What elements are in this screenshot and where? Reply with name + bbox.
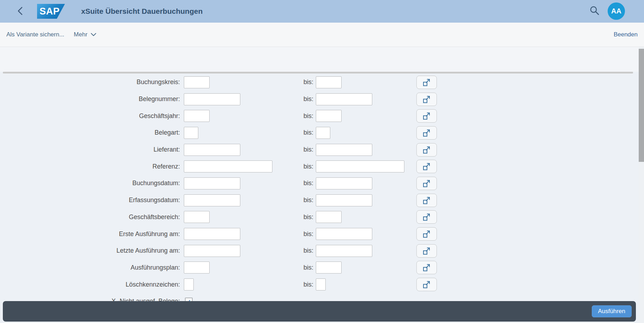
field-label: Geschäftsjahr: <box>0 107 180 124</box>
field-label: Buchungsdatum: <box>0 175 180 192</box>
bis-label: bis: <box>272 107 313 124</box>
bis-label: bis: <box>272 124 313 141</box>
field-input-from[interactable] <box>184 278 194 290</box>
field-input-to[interactable] <box>316 228 372 240</box>
field-input-from[interactable] <box>184 144 240 156</box>
field-label: Ausführungsplan: <box>0 259 180 276</box>
chevron-left-icon <box>16 6 24 16</box>
sap-logo: SAP <box>37 4 65 19</box>
field-input-to[interactable] <box>316 211 342 223</box>
filter-row: Buchungsdatum: bis: <box>0 175 638 192</box>
field-input-to[interactable] <box>316 160 404 172</box>
bis-label: bis: <box>272 158 313 175</box>
search-icon <box>589 5 600 17</box>
field-input-to[interactable] <box>316 194 372 206</box>
bis-label: bis: <box>272 209 313 226</box>
scrollbar-thumb[interactable] <box>639 49 644 162</box>
filter-row: Buchungskreis: bis: <box>0 74 638 91</box>
field-input-from[interactable] <box>184 93 240 105</box>
field-input-to[interactable] <box>316 245 372 257</box>
field-input-to[interactable] <box>316 110 342 122</box>
field-input-to[interactable] <box>316 177 372 189</box>
field-input-from[interactable] <box>184 160 272 172</box>
page-title: xSuite Übersicht Dauerbuchungen <box>81 0 203 23</box>
multi-select-button[interactable] <box>416 109 437 123</box>
multi-select-icon <box>422 146 431 154</box>
multi-select-icon <box>422 281 431 288</box>
field-input-from[interactable] <box>184 245 240 257</box>
field-label: Belegnummer: <box>0 91 180 108</box>
multi-select-button[interactable] <box>416 126 437 140</box>
multi-select-icon <box>422 230 431 238</box>
field-label: Erfassungsdatum: <box>0 192 180 209</box>
save-variant-button[interactable]: Als Variante sichern... <box>6 31 64 38</box>
execute-button[interactable]: Ausführen <box>592 305 632 317</box>
filter-row: Erfassungsdatum: bis: <box>0 192 638 209</box>
multi-select-icon <box>422 95 431 103</box>
field-input-from[interactable] <box>184 76 210 88</box>
field-label: Buchungskreis: <box>0 74 180 91</box>
multi-select-button[interactable] <box>416 76 437 89</box>
field-input-to[interactable] <box>316 262 342 274</box>
field-input-to[interactable] <box>316 93 372 105</box>
multi-select-icon <box>422 213 431 221</box>
multi-select-button[interactable] <box>416 278 437 291</box>
bis-label: bis: <box>272 242 313 259</box>
field-input-from[interactable] <box>184 211 210 223</box>
filter-row: Letzte Ausführung am: bis: <box>0 242 638 259</box>
field-input-from[interactable] <box>184 194 240 206</box>
multi-select-icon <box>422 180 431 187</box>
multi-select-button[interactable] <box>416 210 437 224</box>
multi-select-button[interactable] <box>416 244 437 258</box>
content-top-strip <box>0 47 639 72</box>
field-input-to[interactable] <box>316 278 326 290</box>
bis-label: bis: <box>272 175 313 192</box>
bis-label: bis: <box>272 259 313 276</box>
filter-row: Lieferant: bis: <box>0 141 638 158</box>
multi-select-button[interactable] <box>416 227 437 241</box>
multi-select-button[interactable] <box>416 93 437 106</box>
vertical-scrollbar[interactable] <box>639 47 644 323</box>
more-menu-label: Mehr <box>74 31 88 38</box>
field-label: Letzte Ausführung am: <box>0 242 180 259</box>
multi-select-icon <box>422 129 431 137</box>
field-input-from[interactable] <box>184 262 210 274</box>
multi-select-button[interactable] <box>416 261 437 274</box>
filter-row: Belegnummer: bis: <box>0 91 638 108</box>
search-button[interactable] <box>588 5 601 18</box>
action-toolbar: Als Variante sichern... Mehr Beenden <box>0 23 644 47</box>
toolbar-left-group: Als Variante sichern... Mehr <box>0 31 96 38</box>
filter-row: Ausführungsplan: bis: <box>0 259 638 276</box>
application-window: SAP xSuite Übersicht Dauerbuchungen AA A… <box>0 0 644 323</box>
field-input-from[interactable] <box>184 127 198 139</box>
filter-row: Geschäftsjahr: bis: <box>0 107 638 124</box>
multi-select-button[interactable] <box>416 177 437 190</box>
multi-select-button[interactable] <box>416 160 437 173</box>
field-input-from[interactable] <box>184 177 240 189</box>
bis-label: bis: <box>272 141 313 158</box>
back-button[interactable] <box>15 6 25 17</box>
filter-row: Referenz: bis: <box>0 158 638 175</box>
avatar[interactable]: AA <box>608 2 625 20</box>
bis-label: bis: <box>272 225 313 242</box>
field-input-from[interactable] <box>184 110 210 122</box>
more-menu-button[interactable]: Mehr <box>74 31 96 38</box>
bis-label: bis: <box>272 74 313 91</box>
avatar-initials: AA <box>611 7 621 15</box>
multi-select-icon <box>422 247 431 255</box>
multi-select-button[interactable] <box>416 143 437 157</box>
exit-button[interactable]: Beenden <box>614 31 638 38</box>
filter-row: Erste Ausführung am: bis: <box>0 225 638 242</box>
field-input-to[interactable] <box>316 144 372 156</box>
field-input-from[interactable] <box>184 228 240 240</box>
field-input-to[interactable] <box>316 76 342 88</box>
selection-screen: Buchungskreis: bis: Belegnummer: bis: Ge… <box>0 47 644 323</box>
section-divider <box>3 72 633 74</box>
bis-label: bis: <box>272 192 313 209</box>
multi-select-icon <box>422 196 431 204</box>
multi-select-icon <box>422 163 431 170</box>
field-input-to[interactable] <box>316 127 330 139</box>
field-label: Löschkennzeichen: <box>0 276 180 293</box>
multi-select-button[interactable] <box>416 194 437 207</box>
filter-row: Löschkennzeichen: bis: <box>0 276 638 293</box>
